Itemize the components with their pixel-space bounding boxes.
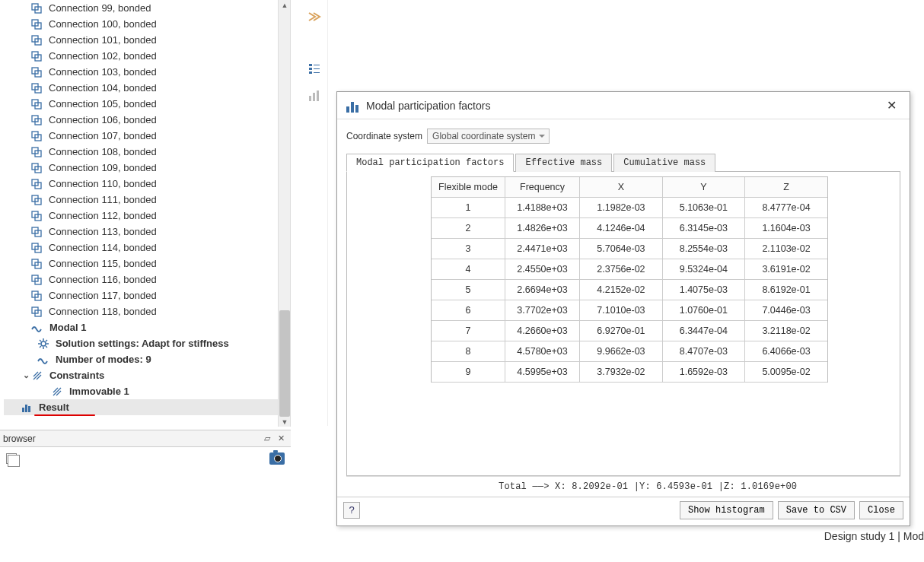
tree-item-connection[interactable]: Connection 110, bonded (0, 176, 284, 192)
table-row[interactable]: 42.4550e+032.3756e-029.5324e-043.6191e-0… (432, 259, 827, 280)
tree-item-constraints[interactable]: ⌄Constraints (4, 367, 284, 383)
tab-cumulative-mass[interactable]: Cumulative mass (613, 154, 715, 172)
table-row[interactable]: 32.4471e+035.7064e-038.2554e-032.1103e-0… (432, 239, 827, 259)
grid-view-icon[interactable] (6, 453, 17, 464)
tree-item-label: Connection 112, bonded (49, 210, 157, 221)
tree-scrollbar[interactable]: ▲ ▼ (278, 0, 290, 427)
table-header: Flexible mode (432, 177, 505, 198)
table-row[interactable]: 52.6694e+034.2152e-021.4075e-038.6192e-0… (432, 280, 827, 300)
svg-rect-61 (314, 65, 320, 65)
chart-icon[interactable] (304, 85, 325, 106)
tree-item-label: Connection 99, bonded (49, 2, 151, 14)
chevron-down-icon[interactable]: ⌄ (21, 370, 31, 380)
tree-item-connection[interactable]: Connection 101, bonded (0, 32, 284, 48)
table-cell: 4.2660e+03 (505, 321, 579, 341)
status-bar: Design study 1 | Mod (824, 529, 924, 544)
tree-item-connection[interactable]: Connection 116, bonded (0, 271, 284, 287)
svg-rect-64 (309, 96, 311, 101)
tree-item-connection[interactable]: Connection 112, bonded (0, 208, 284, 224)
table-row[interactable]: 63.7702e+037.1010e-031.0760e-017.0446e-0… (432, 300, 827, 321)
tree-item-connection[interactable]: Connection 114, bonded (0, 240, 284, 256)
browser-panel: browser ▱ ✕ (0, 430, 291, 470)
tree-item-label: Modal 1 (49, 322, 86, 333)
table-cell: 2.4550e+03 (505, 259, 579, 280)
close-panel-icon[interactable]: ✕ (274, 433, 288, 445)
scroll-up-icon[interactable]: ▲ (279, 0, 291, 11)
tab-modal-participation[interactable]: Modal participation factors (346, 154, 514, 172)
tree-item-label: Connection 110, bonded (49, 178, 157, 189)
table-row[interactable]: 94.5995e+033.7932e-021.6592e-035.0095e-0… (432, 362, 827, 383)
svg-rect-65 (313, 93, 315, 101)
show-histogram-button[interactable]: Show histogram (680, 501, 773, 519)
tree-item-connection[interactable]: Connection 100, bonded (0, 16, 284, 32)
table-cell: 8.4707e-03 (662, 341, 744, 362)
tree-item-connection[interactable]: Connection 102, bonded (0, 48, 284, 64)
connection-icon (30, 194, 43, 206)
connection-icon (30, 50, 43, 62)
connection-icon (30, 18, 43, 30)
table-cell: 3.2118e-02 (745, 321, 827, 341)
tree-item-connection[interactable]: Connection 117, bonded (0, 287, 284, 303)
tree-item-connection[interactable]: Connection 108, bonded (0, 144, 284, 160)
table-cell: 8.2554e-03 (662, 239, 744, 259)
dialog-tabs: Modal participation factors Effective ma… (346, 153, 900, 172)
expand-toolbar-icon[interactable] (304, 6, 325, 27)
tree-item-connection[interactable]: Connection 115, bonded (0, 256, 284, 271)
camera-icon[interactable] (269, 452, 285, 465)
table-row[interactable]: 11.4188e+031.1982e-035.1063e-018.4777e-0… (432, 198, 827, 218)
totals-row: Total ——> X: 8.2092e-01 |Y: 6.4593e-01 |… (346, 476, 900, 497)
save-csv-button[interactable]: Save to CSV (778, 501, 855, 519)
tree-item-connection[interactable]: Connection 103, bonded (0, 64, 284, 80)
undock-icon[interactable]: ▱ (260, 433, 274, 445)
scroll-down-icon[interactable]: ▼ (279, 417, 291, 427)
scroll-thumb[interactable] (279, 310, 290, 417)
table-cell: 1 (432, 198, 505, 218)
tree-item-connection[interactable]: Connection 118, bonded (0, 303, 284, 319)
help-button[interactable]: ? (343, 502, 360, 519)
tree-item-connection[interactable]: Connection 111, bonded (0, 192, 284, 208)
constraint-icon (51, 386, 63, 398)
table-row[interactable]: 74.2660e+036.9270e-016.3447e-043.2118e-0… (432, 321, 827, 341)
table-cell: 1.4188e+03 (505, 198, 579, 218)
tree-item-connection[interactable]: Connection 99, bonded (0, 0, 284, 16)
tree-item-label: Connection 105, bonded (49, 98, 157, 110)
svg-line-47 (46, 340, 47, 341)
connection-icon (30, 114, 43, 126)
table-cell: 4.5780e+03 (505, 341, 579, 362)
result-list-icon[interactable] (304, 58, 325, 79)
table-row[interactable]: 21.4826e+034.1246e-046.3145e-031.1604e-0… (432, 218, 827, 239)
tree-item-label: Solution settings: Adapt for stiffness (56, 338, 229, 349)
table-row[interactable]: 84.5780e+039.9662e-038.4707e-036.4066e-0… (432, 341, 827, 362)
coord-system-select[interactable]: Global coordinate system (427, 129, 550, 144)
table-cell: 2.6694e+03 (505, 280, 579, 300)
tree-item-connection[interactable]: Connection 109, bonded (0, 160, 284, 176)
tree-item-result[interactable]: Result (4, 399, 284, 415)
modal-factors-table: Flexible modeFrequencyXYZ 11.4188e+031.1… (432, 177, 827, 383)
table-cell: 6.3447e-04 (662, 321, 744, 341)
tree-item-connection[interactable]: Connection 106, bonded (0, 112, 284, 128)
tree-item-label: Connection 117, bonded (49, 290, 157, 301)
tree-item-label: Connection 118, bonded (49, 306, 157, 317)
tree-item-connection[interactable]: Connection 113, bonded (0, 224, 284, 240)
table-header: X (580, 177, 662, 198)
table-cell: 1.4075e-03 (662, 280, 744, 300)
tree-item-solution-settings[interactable]: Solution settings: Adapt for stiffness (4, 335, 284, 351)
close-dialog-icon[interactable]: ✕ (882, 97, 900, 115)
tree-item-connection[interactable]: Connection 104, bonded (0, 80, 284, 96)
close-button[interactable]: Close (859, 501, 903, 519)
connection-icon (30, 258, 43, 270)
tree-item-label: Connection 103, bonded (49, 66, 157, 78)
tree-item-connection[interactable]: Connection 107, bonded (0, 128, 284, 144)
svg-line-48 (40, 346, 41, 348)
tab-effective-mass[interactable]: Effective mass (515, 154, 612, 172)
tree-item-label: Connection 108, bonded (49, 146, 157, 157)
tree-item-num-modes[interactable]: Number of modes: 9 (4, 351, 284, 367)
table-cell: 4 (432, 259, 505, 280)
table-cell: 1.0760e-01 (662, 300, 744, 321)
table-cell: 1.6592e-03 (662, 362, 744, 383)
tree-item-label: Connection 113, bonded (49, 226, 157, 237)
tree-item-label: Connection 104, bonded (49, 82, 157, 94)
tree-item-modal[interactable]: Modal 1 (4, 319, 284, 335)
tree-item-immovable[interactable]: Immovable 1 (4, 383, 284, 399)
tree-item-connection[interactable]: Connection 105, bonded (0, 96, 284, 112)
